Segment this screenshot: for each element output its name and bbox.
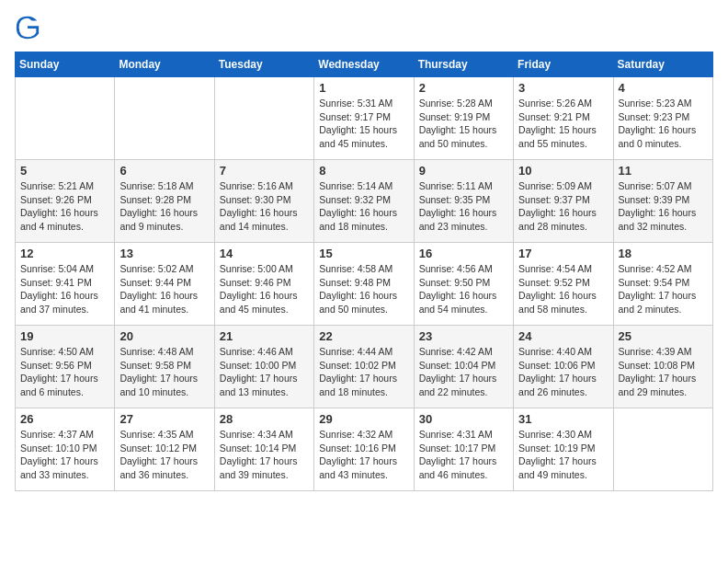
day-info: Sunrise: 5:07 AM Sunset: 9:39 PM Dayligh…: [619, 179, 708, 234]
calendar-cell: 29Sunrise: 4:32 AM Sunset: 10:16 PM Dayl…: [314, 408, 414, 491]
calendar-cell: 7Sunrise: 5:16 AM Sunset: 9:30 PM Daylig…: [214, 160, 313, 243]
weekday-header: Friday: [514, 52, 613, 77]
day-number: 1: [319, 81, 408, 95]
calendar-week-row: 19Sunrise: 4:50 AM Sunset: 9:56 PM Dayli…: [16, 326, 713, 408]
day-number: 9: [419, 164, 508, 178]
day-number: 7: [220, 164, 309, 178]
day-number: 6: [119, 164, 209, 178]
calendar-cell: 1Sunrise: 5:31 AM Sunset: 9:17 PM Daylig…: [314, 77, 414, 160]
day-number: 12: [20, 247, 109, 260]
day-info: Sunrise: 5:31 AM Sunset: 9:17 PM Dayligh…: [319, 97, 408, 151]
weekday-header: Thursday: [414, 52, 513, 77]
calendar-table: SundayMondayTuesdayWednesdayThursdayFrid…: [15, 52, 713, 491]
day-info: Sunrise: 4:48 AM Sunset: 9:58 PM Dayligh…: [119, 345, 209, 399]
day-number: 13: [119, 247, 209, 260]
weekday-header: Tuesday: [214, 52, 313, 77]
calendar-cell: 12Sunrise: 5:04 AM Sunset: 9:41 PM Dayli…: [16, 243, 115, 326]
calendar-cell: 14Sunrise: 5:00 AM Sunset: 9:46 PM Dayli…: [214, 243, 313, 326]
day-number: 19: [20, 329, 109, 343]
day-info: Sunrise: 4:30 AM Sunset: 10:19 PM Daylig…: [518, 428, 608, 482]
calendar-cell: 22Sunrise: 4:44 AM Sunset: 10:02 PM Dayl…: [314, 326, 414, 408]
calendar-week-row: 1Sunrise: 5:31 AM Sunset: 9:17 PM Daylig…: [16, 77, 713, 160]
day-number: 3: [518, 81, 608, 95]
day-info: Sunrise: 4:44 AM Sunset: 10:02 PM Daylig…: [319, 345, 408, 399]
day-number: 16: [419, 247, 508, 260]
day-number: 18: [619, 247, 708, 260]
calendar-cell: 28Sunrise: 4:34 AM Sunset: 10:14 PM Dayl…: [214, 408, 313, 491]
calendar-cell: 19Sunrise: 4:50 AM Sunset: 9:56 PM Dayli…: [16, 326, 115, 408]
calendar-cell: 8Sunrise: 5:14 AM Sunset: 9:32 PM Daylig…: [314, 160, 414, 243]
day-info: Sunrise: 4:52 AM Sunset: 9:54 PM Dayligh…: [619, 262, 708, 316]
day-number: 20: [119, 329, 209, 343]
day-info: Sunrise: 4:58 AM Sunset: 9:48 PM Dayligh…: [319, 262, 408, 316]
day-info: Sunrise: 4:50 AM Sunset: 9:56 PM Dayligh…: [20, 345, 109, 399]
weekday-header: Sunday: [16, 52, 115, 77]
day-info: Sunrise: 5:09 AM Sunset: 9:37 PM Dayligh…: [518, 179, 608, 234]
calendar-cell: 20Sunrise: 4:48 AM Sunset: 9:58 PM Dayli…: [115, 326, 214, 408]
day-info: Sunrise: 4:54 AM Sunset: 9:52 PM Dayligh…: [518, 262, 608, 316]
calendar-cell: 6Sunrise: 5:18 AM Sunset: 9:28 PM Daylig…: [115, 160, 214, 243]
calendar-week-row: 26Sunrise: 4:37 AM Sunset: 10:10 PM Dayl…: [16, 408, 713, 491]
day-number: 11: [619, 164, 708, 178]
day-number: 8: [319, 164, 408, 178]
day-info: Sunrise: 4:37 AM Sunset: 10:10 PM Daylig…: [20, 428, 109, 482]
calendar-cell: 27Sunrise: 4:35 AM Sunset: 10:12 PM Dayl…: [115, 408, 214, 491]
day-info: Sunrise: 5:26 AM Sunset: 9:21 PM Dayligh…: [518, 97, 608, 151]
day-info: Sunrise: 5:04 AM Sunset: 9:41 PM Dayligh…: [20, 262, 109, 316]
day-number: 21: [220, 329, 309, 343]
calendar-cell: [115, 77, 214, 160]
day-info: Sunrise: 5:23 AM Sunset: 9:23 PM Dayligh…: [619, 97, 708, 151]
calendar-cell: 4Sunrise: 5:23 AM Sunset: 9:23 PM Daylig…: [613, 77, 712, 160]
day-number: 23: [419, 329, 508, 343]
calendar-cell: 23Sunrise: 4:42 AM Sunset: 10:04 PM Dayl…: [414, 326, 513, 408]
calendar-header-row: SundayMondayTuesdayWednesdayThursdayFrid…: [16, 52, 713, 77]
logo: [15, 15, 44, 40]
day-info: Sunrise: 5:00 AM Sunset: 9:46 PM Dayligh…: [220, 262, 309, 316]
day-info: Sunrise: 5:16 AM Sunset: 9:30 PM Dayligh…: [220, 179, 309, 234]
calendar-cell: 25Sunrise: 4:39 AM Sunset: 10:08 PM Dayl…: [613, 326, 712, 408]
day-number: 26: [20, 412, 109, 426]
day-info: Sunrise: 4:31 AM Sunset: 10:17 PM Daylig…: [419, 428, 508, 482]
day-number: 27: [119, 412, 209, 426]
day-info: Sunrise: 4:35 AM Sunset: 10:12 PM Daylig…: [119, 428, 209, 482]
calendar-cell: 31Sunrise: 4:30 AM Sunset: 10:19 PM Dayl…: [514, 408, 613, 491]
calendar-week-row: 5Sunrise: 5:21 AM Sunset: 9:26 PM Daylig…: [16, 160, 713, 243]
page-header: [15, 15, 713, 40]
day-info: Sunrise: 5:18 AM Sunset: 9:28 PM Dayligh…: [119, 179, 209, 234]
calendar-cell: 17Sunrise: 4:54 AM Sunset: 9:52 PM Dayli…: [514, 243, 613, 326]
day-number: 14: [220, 247, 309, 260]
day-info: Sunrise: 5:28 AM Sunset: 9:19 PM Dayligh…: [419, 97, 508, 151]
calendar-cell: 9Sunrise: 5:11 AM Sunset: 9:35 PM Daylig…: [414, 160, 513, 243]
calendar-cell: [16, 77, 115, 160]
calendar-cell: 21Sunrise: 4:46 AM Sunset: 10:00 PM Dayl…: [214, 326, 313, 408]
day-info: Sunrise: 4:56 AM Sunset: 9:50 PM Dayligh…: [419, 262, 508, 316]
day-number: 30: [419, 412, 508, 426]
calendar-cell: 5Sunrise: 5:21 AM Sunset: 9:26 PM Daylig…: [16, 160, 115, 243]
weekday-header: Monday: [115, 52, 214, 77]
calendar-cell: 2Sunrise: 5:28 AM Sunset: 9:19 PM Daylig…: [414, 77, 513, 160]
day-number: 5: [20, 164, 109, 178]
weekday-header: Wednesday: [314, 52, 414, 77]
day-info: Sunrise: 4:39 AM Sunset: 10:08 PM Daylig…: [619, 345, 708, 399]
day-info: Sunrise: 5:02 AM Sunset: 9:44 PM Dayligh…: [119, 262, 209, 316]
calendar-cell: [613, 408, 712, 491]
day-info: Sunrise: 5:11 AM Sunset: 9:35 PM Dayligh…: [419, 179, 508, 234]
calendar-cell: 15Sunrise: 4:58 AM Sunset: 9:48 PM Dayli…: [314, 243, 414, 326]
calendar-cell: 24Sunrise: 4:40 AM Sunset: 10:06 PM Dayl…: [514, 326, 613, 408]
day-number: 2: [419, 81, 508, 95]
day-info: Sunrise: 4:46 AM Sunset: 10:00 PM Daylig…: [220, 345, 309, 399]
calendar-cell: 13Sunrise: 5:02 AM Sunset: 9:44 PM Dayli…: [115, 243, 214, 326]
day-info: Sunrise: 4:32 AM Sunset: 10:16 PM Daylig…: [319, 428, 408, 482]
calendar-cell: 26Sunrise: 4:37 AM Sunset: 10:10 PM Dayl…: [16, 408, 115, 491]
day-number: 31: [518, 412, 608, 426]
calendar-cell: [214, 77, 313, 160]
day-number: 4: [619, 81, 708, 95]
day-number: 24: [518, 329, 608, 343]
calendar-cell: 11Sunrise: 5:07 AM Sunset: 9:39 PM Dayli…: [613, 160, 712, 243]
calendar-cell: 16Sunrise: 4:56 AM Sunset: 9:50 PM Dayli…: [414, 243, 513, 326]
day-number: 22: [319, 329, 408, 343]
day-info: Sunrise: 5:21 AM Sunset: 9:26 PM Dayligh…: [20, 179, 109, 234]
calendar-cell: 3Sunrise: 5:26 AM Sunset: 9:21 PM Daylig…: [514, 77, 613, 160]
day-number: 28: [220, 412, 309, 426]
day-info: Sunrise: 4:34 AM Sunset: 10:14 PM Daylig…: [220, 428, 309, 482]
